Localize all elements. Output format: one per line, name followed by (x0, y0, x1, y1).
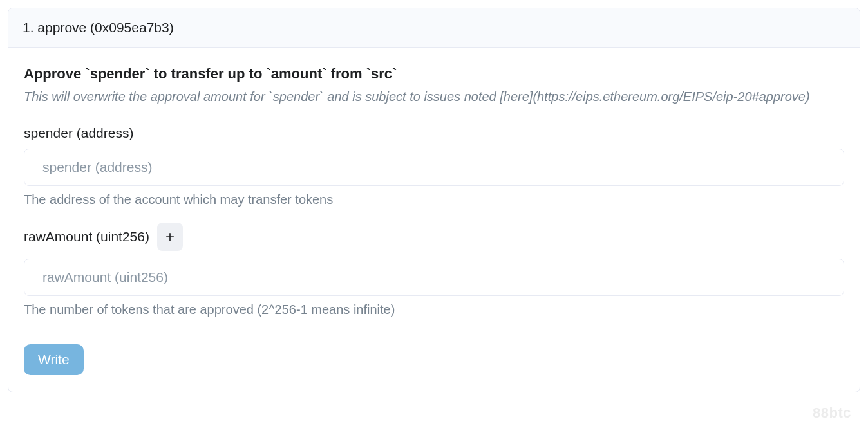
field-spender-label: spender (address) (24, 125, 133, 141)
field-spender: spender (address) The address of the acc… (24, 125, 844, 207)
function-card: 1. approve (0x095ea7b3) Approve `spender… (8, 8, 860, 392)
contract-write-panel: 1. approve (0x095ea7b3) Approve `spender… (0, 8, 868, 424)
function-description-title: Approve `spender` to transfer up to `amo… (24, 64, 844, 84)
function-header[interactable]: 1. approve (0x095ea7b3) (8, 8, 860, 48)
field-spender-help: The address of the account which may tra… (24, 192, 844, 207)
watermark-text: 88btc (813, 405, 851, 421)
plus-icon: + (165, 229, 175, 244)
field-spender-input[interactable] (24, 149, 844, 186)
field-rawamount-help: The number of tokens that are approved (… (24, 302, 844, 317)
field-rawamount: rawAmount (uint256) + The number of toke… (24, 223, 844, 317)
function-body: Approve `spender` to transfer up to `amo… (8, 48, 860, 392)
field-rawamount-input[interactable] (24, 259, 844, 296)
field-rawamount-label: rawAmount (uint256) (24, 229, 149, 244)
field-rawamount-label-row: rawAmount (uint256) + (24, 223, 844, 251)
function-description-note: This will overwrite the approval amount … (24, 88, 844, 106)
write-button[interactable]: Write (24, 344, 84, 375)
field-spender-label-row: spender (address) (24, 125, 844, 141)
add-amount-button[interactable]: + (157, 223, 183, 251)
